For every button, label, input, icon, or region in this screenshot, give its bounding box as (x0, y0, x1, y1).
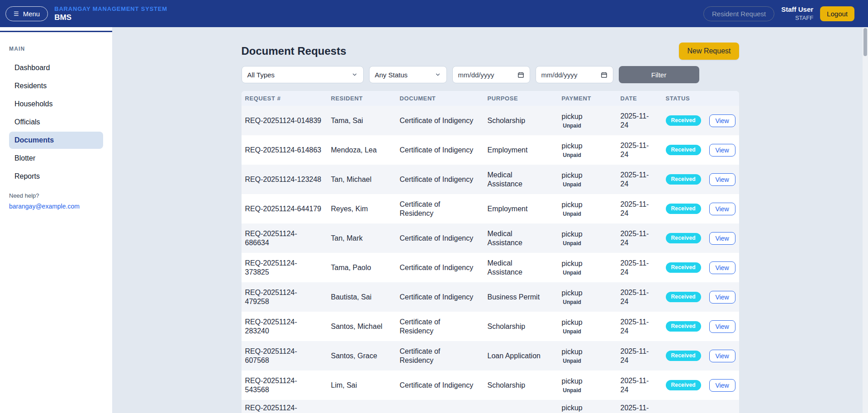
request-date: 2025-11- 24 (617, 194, 662, 223)
resident-name: Bautista, Sai (327, 282, 396, 312)
sidebar-item-dashboard[interactable]: Dashboard (9, 59, 103, 76)
request-id: REQ-20251124-614863 (242, 135, 327, 165)
payment-status: Unpaid (563, 358, 581, 365)
payment-method: pickup (562, 142, 583, 151)
request-purpose: Scholarship (484, 370, 558, 400)
payment-status: Unpaid (563, 299, 581, 306)
request-date: 2025-11- 24 (617, 370, 662, 400)
view-button[interactable]: View (709, 291, 735, 304)
resident-name: Santos, Grace (327, 341, 396, 370)
status-badge: Received (666, 115, 701, 126)
request-purpose: Medical Assistance (484, 165, 558, 194)
table-row: REQ-20251124- 607568 Santos, Grace Certi… (242, 341, 739, 370)
column-header: RESIDENT (327, 91, 396, 106)
payment-cell: pickup Unpaid (558, 223, 617, 253)
table-row: REQ-20251124- 543568 Lim, Sai Certificat… (242, 370, 739, 400)
page-title: Document Requests (242, 45, 346, 57)
table-row: REQ-20251124-614863 Mendoza, Lea Certifi… (242, 135, 739, 165)
request-date: 2025-11- (617, 400, 662, 413)
resident-name: Tama, Paolo (327, 253, 396, 282)
resident-request-button[interactable]: Resident Request (703, 6, 774, 21)
table-row: REQ-20251124- 479258 Bautista, Sai Certi… (242, 282, 739, 312)
action-cell (706, 400, 739, 413)
document-type: Certificate of Indigency (396, 253, 484, 282)
date-from-input[interactable]: mm/dd/yyyy (452, 66, 530, 83)
sidebar-item-label: Residents (14, 82, 47, 90)
payment-method: pickup (562, 377, 583, 386)
hamburger-icon: ☰ (14, 11, 19, 17)
action-cell: View (706, 165, 739, 194)
view-button[interactable]: View (709, 173, 735, 186)
column-header: REQUEST # (242, 91, 327, 106)
sidebar-item-documents[interactable]: Documents (9, 132, 103, 149)
column-header: DATE (617, 91, 662, 106)
document-type-select[interactable]: All Types (242, 66, 364, 83)
table-row: REQ-20251124- 283240 Santos, Michael Cer… (242, 312, 739, 341)
view-button[interactable]: View (709, 261, 735, 274)
date-to-input[interactable]: mm/dd/yyyy (536, 66, 613, 83)
request-date: 2025-11- 24 (617, 106, 662, 135)
date-to-placeholder: mm/dd/yyyy (541, 71, 578, 79)
request-date: 2025-11- 24 (617, 165, 662, 194)
request-purpose: Employment (484, 194, 558, 223)
view-button[interactable]: View (709, 203, 735, 215)
view-button[interactable]: View (709, 320, 735, 333)
sidebar-item-blotter[interactable]: Blotter (9, 150, 103, 167)
payment-method: pickup (562, 318, 583, 327)
new-request-button[interactable]: New Request (679, 43, 739, 60)
table-header-row: REQUEST #RESIDENTDOCUMENTPURPOSEPAYMENTD… (242, 91, 739, 106)
scrollbar[interactable] (863, 27, 868, 413)
chevron-down-icon (351, 71, 358, 78)
resident-name (327, 400, 396, 413)
payment-status: Unpaid (563, 387, 581, 394)
status-badge: Received (666, 292, 701, 302)
menu-button[interactable]: ☰ Menu (5, 6, 48, 21)
payment-method: pickup (562, 200, 583, 209)
status-filter-select[interactable]: Any Status (369, 66, 447, 83)
action-cell: View (706, 282, 739, 312)
table-row: REQ-20251124- 686634 Tan, Mark Certifica… (242, 223, 739, 253)
request-id: REQ-20251124- 283240 (242, 312, 327, 341)
sidebar-item-officials[interactable]: Officials (9, 114, 103, 131)
payment-cell: pickup (558, 400, 617, 413)
filter-button[interactable]: Filter (619, 66, 699, 83)
view-button[interactable]: View (709, 379, 735, 392)
document-type: Certificate of Indigency (396, 223, 484, 253)
view-button[interactable]: View (709, 114, 735, 127)
sidebar-item-reports[interactable]: Reports (9, 168, 103, 185)
column-header: DOCUMENT (396, 91, 484, 106)
logout-button[interactable]: Logout (820, 6, 854, 21)
status-cell: Received (662, 135, 706, 165)
request-id: REQ-20251124- 686634 (242, 223, 327, 253)
view-button[interactable]: View (709, 350, 735, 362)
sidebar-item-label: Officials (14, 118, 40, 126)
payment-status: Unpaid (563, 328, 581, 335)
resident-name: Tama, Sai (327, 106, 396, 135)
request-id: REQ-20251124- 607568 (242, 341, 327, 370)
request-purpose: Employment (484, 135, 558, 165)
request-purpose (484, 400, 558, 413)
sidebar-item-households[interactable]: Households (9, 95, 103, 113)
column-header: PAYMENT (558, 91, 617, 106)
payment-status: Unpaid (563, 270, 581, 276)
view-button[interactable]: View (709, 144, 735, 157)
payment-cell: pickup Unpaid (558, 165, 617, 194)
brand-title: BARANGAY MANAGEMENT SYSTEM (54, 5, 167, 12)
status-cell: Received (662, 223, 706, 253)
payment-cell: pickup Unpaid (558, 312, 617, 341)
sidebar-item-residents[interactable]: Residents (9, 77, 103, 95)
action-cell: View (706, 106, 739, 135)
document-type: Certificate of Indigency (396, 282, 484, 312)
sidebar-item-label: Blotter (14, 154, 35, 162)
header-right: Resident Request Staff User STAFF Logout (703, 5, 854, 22)
scrollbar-thumb[interactable] (863, 28, 867, 56)
payment-method: pickup (562, 289, 583, 298)
view-button[interactable]: View (709, 232, 735, 245)
resident-name: Lim, Sai (327, 370, 396, 400)
help-email-link[interactable]: barangay@example.com (9, 203, 103, 210)
app-header: ☰ Menu BARANGAY MANAGEMENT SYSTEM BMS Re… (0, 0, 868, 27)
document-type: Certificate of Indigency (396, 135, 484, 165)
table-row: REQ-20251124- 373825 Tama, Paolo Certifi… (242, 253, 739, 282)
payment-method: pickup (562, 171, 583, 180)
payment-method: pickup (562, 112, 583, 121)
